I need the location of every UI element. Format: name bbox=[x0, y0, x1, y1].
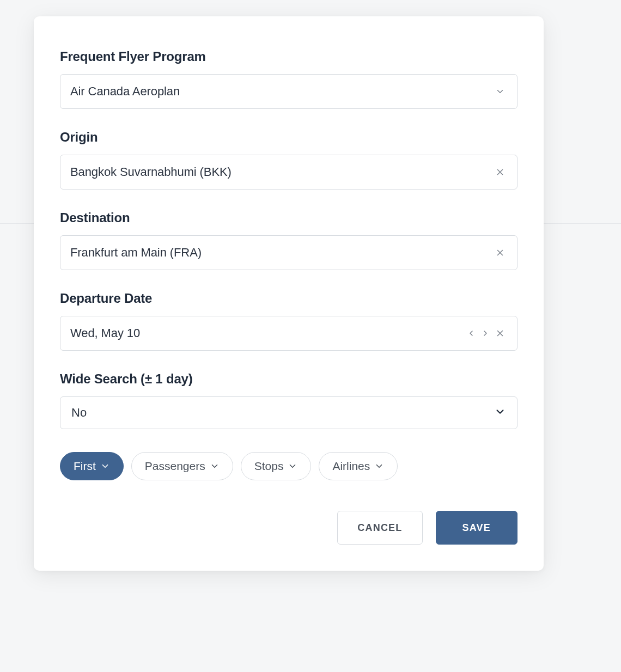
passengers-chip-label: Passengers bbox=[145, 460, 205, 473]
airlines-chip-label: Airlines bbox=[332, 460, 370, 473]
departure-clear-button[interactable] bbox=[493, 326, 507, 340]
wide-search-select[interactable]: No bbox=[60, 396, 518, 429]
cabin-chip[interactable]: First bbox=[60, 452, 124, 480]
stops-chip-label: Stops bbox=[254, 460, 284, 473]
origin-field: Origin Bangkok Suvarnabhumi (BKK) bbox=[60, 130, 518, 190]
origin-input[interactable]: Bangkok Suvarnabhumi (BKK) bbox=[60, 155, 518, 190]
wide-search-value: No bbox=[71, 406, 494, 420]
stops-chip[interactable]: Stops bbox=[241, 452, 312, 480]
next-date-button[interactable] bbox=[479, 327, 492, 340]
program-value: Air Canada Aeroplan bbox=[70, 84, 493, 99]
cabin-chip-label: First bbox=[74, 460, 96, 473]
departure-controls bbox=[465, 326, 507, 340]
program-select[interactable]: Air Canada Aeroplan bbox=[60, 74, 518, 109]
wide-search-label: Wide Search (± 1 day) bbox=[60, 371, 518, 387]
passengers-chip[interactable]: Passengers bbox=[131, 452, 233, 480]
program-field: Frequent Flyer Program Air Canada Aeropl… bbox=[60, 49, 518, 109]
departure-input[interactable]: Wed, May 10 bbox=[60, 316, 518, 351]
prev-date-button[interactable] bbox=[465, 327, 478, 340]
origin-label: Origin bbox=[60, 130, 518, 145]
destination-label: Destination bbox=[60, 210, 518, 225]
destination-value: Frankfurt am Main (FRA) bbox=[70, 246, 493, 260]
chevron-down-icon bbox=[493, 84, 507, 99]
wide-search-field: Wide Search (± 1 day) No bbox=[60, 371, 518, 429]
chevron-down-icon bbox=[288, 461, 297, 471]
cancel-button[interactable]: CANCEL bbox=[337, 511, 422, 545]
departure-field: Departure Date Wed, May 10 bbox=[60, 291, 518, 351]
airlines-chip[interactable]: Airlines bbox=[319, 452, 398, 480]
close-icon bbox=[495, 328, 505, 338]
departure-value: Wed, May 10 bbox=[70, 326, 465, 340]
close-icon bbox=[495, 248, 505, 258]
chevron-down-icon bbox=[100, 461, 110, 471]
destination-input[interactable]: Frankfurt am Main (FRA) bbox=[60, 235, 518, 270]
origin-clear-button[interactable] bbox=[493, 165, 507, 179]
chevron-down-icon bbox=[374, 461, 384, 471]
save-button[interactable]: SAVE bbox=[436, 511, 518, 545]
dialog-footer: CANCEL SAVE bbox=[60, 511, 518, 545]
destination-field: Destination Frankfurt am Main (FRA) bbox=[60, 210, 518, 270]
chevron-down-icon bbox=[210, 461, 220, 471]
chevron-right-icon bbox=[481, 329, 490, 338]
origin-value: Bangkok Suvarnabhumi (BKK) bbox=[70, 165, 493, 179]
chevron-down-icon bbox=[494, 406, 506, 420]
departure-label: Departure Date bbox=[60, 291, 518, 306]
program-label: Frequent Flyer Program bbox=[60, 49, 518, 64]
chevron-left-icon bbox=[467, 329, 476, 338]
close-icon bbox=[495, 167, 505, 177]
destination-clear-button[interactable] bbox=[493, 246, 507, 260]
filter-chip-row: First Passengers Stops Airlines bbox=[60, 452, 518, 480]
search-form-dialog: Frequent Flyer Program Air Canada Aeropl… bbox=[34, 16, 544, 571]
